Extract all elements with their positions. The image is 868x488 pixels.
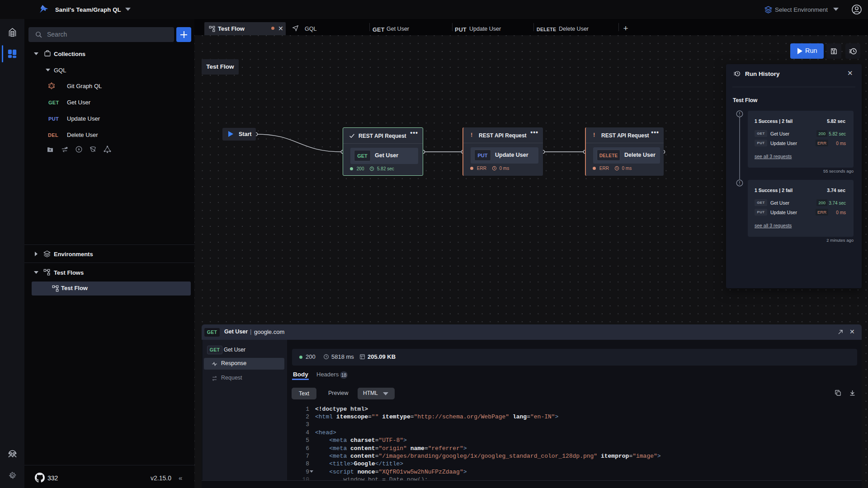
svg-text:!: ! <box>739 112 741 117</box>
svg-text:!: ! <box>739 181 741 186</box>
